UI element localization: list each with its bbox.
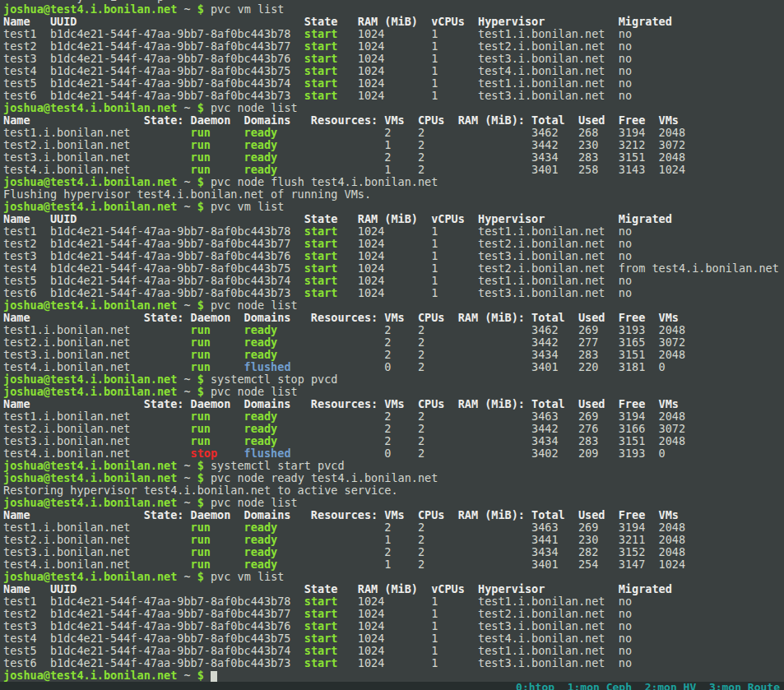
terminal-line: joshua@test4.i.bonilan.net ~ $ systemctl…: [3, 373, 784, 386]
terminal-line: test2 b1dc4e21-544f-47aa-9bb7-8af0bc443b…: [3, 40, 784, 53]
terminal-line: joshua@test4.i.bonilan.net ~ $ pvc vm li…: [3, 3, 784, 16]
terminal-line: joshua@test4.i.bonilan.net ~ $ pvc node …: [3, 102, 784, 114]
terminal-line: test4 b1dc4e21-544f-47aa-9bb7-8af0bc443b…: [3, 65, 784, 77]
terminal-line: Name State: Daemon Domains Resources: VM…: [3, 398, 784, 410]
terminal-line: test6 b1dc4e21-544f-47aa-9bb7-8af0bc443b…: [3, 287, 784, 299]
terminal-line: test3 b1dc4e21-544f-47aa-9bb7-8af0bc443b…: [3, 53, 784, 65]
terminal-line: joshua@test4.i.bonilan.net ~ $ pvc node …: [3, 472, 784, 484]
terminal-line: test3.i.bonilan.net run ready 2 2 3434 2…: [3, 546, 784, 558]
terminal-line: test2.i.bonilan.net run ready 1 2 3442 2…: [3, 139, 784, 151]
terminal-line: test4.i.bonilan.net stop flushed 0 2 340…: [3, 447, 784, 460]
terminal-line: test1.i.bonilan.net run ready 2 2 3462 2…: [3, 324, 784, 336]
terminal-line: test1 b1dc4e21-544f-47aa-9bb7-8af0bc443b…: [3, 28, 784, 40]
terminal-line: joshua@test4.i.bonilan.net ~ $: [3, 669, 784, 682]
terminal-line: joshua@test4.i.bonilan.net ~ $ pvc node …: [3, 386, 784, 398]
terminal-output: y i pjoshua@test4.i.bonilan.net ~ $ pvc …: [3, 0, 784, 682]
terminal-line: joshua@test4.i.bonilan.net ~ $ pvc vm li…: [3, 201, 784, 213]
terminal-line: test4.i.bonilan.net run flushed 0 2 3401…: [3, 361, 784, 373]
terminal-line: test4.i.bonilan.net run ready 1 2 3401 2…: [3, 558, 784, 571]
terminal-line: test4 b1dc4e21-544f-47aa-9bb7-8af0bc443b…: [3, 262, 784, 275]
terminal-cursor: [211, 671, 217, 682]
terminal-line: test3.i.bonilan.net run ready 2 2 3434 2…: [3, 435, 784, 447]
terminal-line: test6 b1dc4e21-544f-47aa-9bb7-8af0bc443b…: [3, 657, 784, 669]
tmux-window-list: 0:htop 1:mon Ceph 2:mon HV 3:mon Route: [0, 682, 784, 690]
terminal-line: test1 b1dc4e21-544f-47aa-9bb7-8af0bc443b…: [3, 595, 784, 608]
terminal-line: test4.i.bonilan.net run ready 1 2 3401 2…: [3, 164, 784, 176]
terminal-line: Name UUID State RAM (MiB) vCPUs Hypervis…: [3, 16, 784, 28]
terminal-line: test3.i.bonilan.net run ready 2 2 3434 2…: [3, 349, 784, 361]
terminal-line: Name UUID State RAM (MiB) vCPUs Hypervis…: [3, 583, 784, 595]
terminal-line: joshua@test4.i.bonilan.net ~ $ pvc node …: [3, 497, 784, 509]
terminal[interactable]: y i pjoshua@test4.i.bonilan.net ~ $ pvc …: [0, 0, 784, 690]
terminal-line: test4 b1dc4e21-544f-47aa-9bb7-8af0bc443b…: [3, 632, 784, 645]
terminal-line: joshua@test4.i.bonilan.net ~ $ pvc vm li…: [3, 571, 784, 583]
terminal-line: test3 b1dc4e21-544f-47aa-9bb7-8af0bc443b…: [3, 620, 784, 632]
terminal-line: test3 b1dc4e21-544f-47aa-9bb7-8af0bc443b…: [3, 250, 784, 262]
terminal-line: joshua@test4.i.bonilan.net ~ $ pvc node …: [3, 176, 784, 188]
terminal-line: Restoring hypervisor test4.i.bonilan.net…: [3, 484, 784, 497]
terminal-line: Name State: Daemon Domains Resources: VM…: [3, 312, 784, 324]
terminal-line: test3.i.bonilan.net run ready 2 2 3434 2…: [3, 151, 784, 164]
terminal-line: joshua@test4.i.bonilan.net ~ $ pvc node …: [3, 299, 784, 312]
terminal-line: test5 b1dc4e21-544f-47aa-9bb7-8af0bc443b…: [3, 275, 784, 287]
terminal-line: test1 b1dc4e21-544f-47aa-9bb7-8af0bc443b…: [3, 225, 784, 238]
terminal-line: test2.i.bonilan.net run ready 2 2 3442 2…: [3, 336, 784, 349]
terminal-line: test1.i.bonilan.net run ready 2 2 3462 2…: [3, 127, 784, 139]
terminal-line: test5 b1dc4e21-544f-47aa-9bb7-8af0bc443b…: [3, 645, 784, 657]
terminal-line: Name UUID State RAM (MiB) vCPUs Hypervis…: [3, 213, 784, 225]
terminal-line: test6 b1dc4e21-544f-47aa-9bb7-8af0bc443b…: [3, 90, 784, 102]
tmux-status-bar: 0:htop 1:mon Ceph 2:mon HV 3:mon Route: [0, 682, 784, 690]
terminal-line: test2.i.bonilan.net run ready 2 2 3442 2…: [3, 423, 784, 435]
terminal-line: test2.i.bonilan.net run ready 1 2 3441 2…: [3, 534, 784, 546]
terminal-line: test2 b1dc4e21-544f-47aa-9bb7-8af0bc443b…: [3, 608, 784, 620]
terminal-line: test1.i.bonilan.net run ready 2 2 3463 2…: [3, 521, 784, 534]
terminal-line: Name State: Daemon Domains Resources: VM…: [3, 114, 784, 127]
terminal-line: Flushing hypervisor test4.i.bonilan.net …: [3, 188, 784, 201]
terminal-line: joshua@test4.i.bonilan.net ~ $ systemctl…: [3, 460, 784, 472]
terminal-line: test2 b1dc4e21-544f-47aa-9bb7-8af0bc443b…: [3, 238, 784, 250]
terminal-line: test1.i.bonilan.net run ready 2 2 3463 2…: [3, 410, 784, 423]
terminal-line: Name State: Daemon Domains Resources: VM…: [3, 509, 784, 521]
terminal-line: test5 b1dc4e21-544f-47aa-9bb7-8af0bc443b…: [3, 77, 784, 90]
